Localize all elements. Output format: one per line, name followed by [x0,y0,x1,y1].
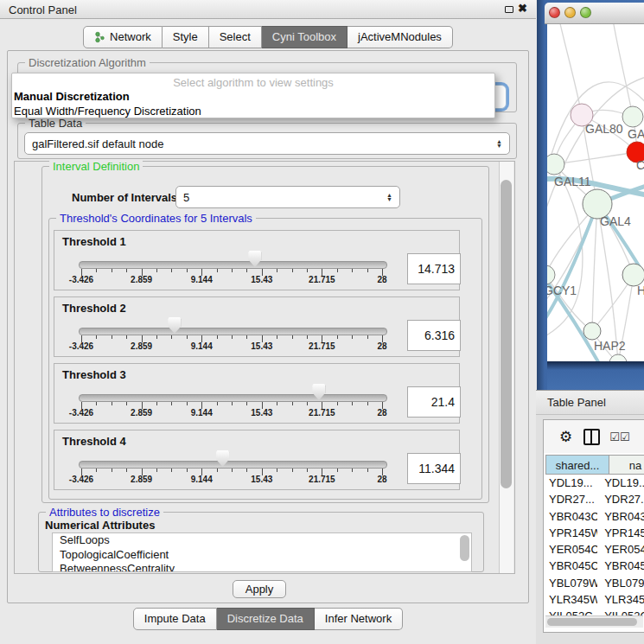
slider-track[interactable] [79,394,387,402]
threshold-value-field[interactable]: 11.344 [407,453,461,484]
numerical-attributes-list[interactable]: SelfLoopsTopologicalCoefficientBetweenne… [52,532,472,572]
threshold-value-field[interactable]: 14.713 [407,253,461,284]
popup-option-equal-width[interactable]: Equal Width/Frequency Discretization [14,105,201,118]
slider-tick [246,469,247,472]
network-edge[interactable] [554,152,637,164]
table-row[interactable]: YDL19...YDL19... [545,475,644,491]
attribute-list-item[interactable]: BetweennessCentrality [53,562,471,572]
table-cell[interactable]: YPR145W [545,525,597,541]
table-data-combobox[interactable]: galFiltered.sif default node ▲▼ [24,132,510,155]
horizontal-scrollbar-track[interactable] [545,615,643,628]
tab-label: Network [110,27,151,48]
table-row[interactable]: YBL079WYBL079W [545,575,644,591]
table-column-header[interactable]: shared... [545,455,609,475]
table-row[interactable]: YDR27...YDR27... [545,491,644,507]
zoom-traffic-light[interactable] [580,7,591,18]
network-icon [94,31,105,43]
slider-tick [96,402,97,405]
table-cell[interactable]: YER054C [545,541,597,558]
gear-icon[interactable]: ⚙ [559,428,572,446]
table-cell[interactable]: YLR345W [545,591,597,608]
tab-jactivemnodules[interactable]: jActiveMNodules [348,26,453,48]
slider-tick [171,269,172,272]
tab-style[interactable]: Style [163,26,209,48]
table-cell[interactable]: YLR345W [597,591,644,608]
popup-option-manual[interactable]: Manual Discretization [14,90,130,103]
table-row[interactable]: YER054CYER054C [545,541,644,558]
stepper-arrows-icon: ▲▼ [386,193,392,201]
slider-tick [171,402,172,405]
table-row[interactable]: YBR045CYBR045C [545,558,644,574]
table-cell[interactable]: YBL079W [597,575,644,591]
network-node[interactable] [609,354,627,361]
table-cell[interactable]: YDR27... [597,491,644,507]
table-cell[interactable]: YBR043C [597,508,644,525]
threshold-label: Threshold 2 [62,302,126,315]
list-scrollbar-thumb[interactable] [460,535,469,561]
network-canvas[interactable]: GAL80GACGAL11GAL4GCY1HHAP2 [547,24,644,361]
network-edge[interactable] [613,24,633,117]
table-cell[interactable]: YIL052C [545,608,597,615]
table-row[interactable]: YIL052CYIL052C [545,608,644,615]
tab-infer-network[interactable]: Infer Network [315,608,403,630]
slider-tick-label: 28 [377,341,386,351]
slider-tick-label: 28 [377,475,386,484]
table-cell[interactable]: YDL19... [597,475,644,491]
columns-icon[interactable] [583,429,600,445]
slider-tick [232,269,233,272]
table-column-header[interactable]: na [609,455,644,475]
network-edge[interactable] [559,24,582,115]
table-row[interactable]: YBR043CYBR043C [545,508,644,525]
table-cell[interactable]: YER054C [597,541,644,558]
node-table: ⚙ ☑☑ shared...na YDL19...YDL19...YDR27..… [543,419,644,633]
slider-tick [246,269,247,272]
close-icon[interactable]: ✖ [518,2,527,15]
slider-track[interactable] [79,461,387,469]
apply-button[interactable]: Apply [233,580,286,598]
table-row[interactable]: YLR345WYLR345W [545,591,644,608]
table-cell[interactable]: YBR043C [545,508,597,525]
network-edge[interactable] [592,204,597,331]
table-cell[interactable]: YBL079W [545,575,597,591]
table-cell[interactable]: YBR045C [597,558,644,574]
slider-track[interactable] [79,261,387,269]
tab-discretize-data[interactable]: Discretize Data [217,608,315,630]
table-cell[interactable]: YIL052C [597,608,644,615]
slider-track[interactable] [79,328,387,335]
tab-impute-data[interactable]: Impute Data [133,608,217,630]
panel-title: Control Panel [9,3,77,16]
network-window-titlebar[interactable] [545,3,644,24]
float-window-icon[interactable] [505,6,513,13]
vertical-scrollbar-thumb[interactable] [501,180,512,488]
slider-tick [277,335,277,339]
table-cell[interactable]: YPR145W [597,525,644,541]
number-of-intervals-combobox[interactable]: 5 ▲▼ [175,186,400,208]
threshold-value-field[interactable]: 6.316 [407,320,461,351]
network-node-label: HAP2 [594,339,626,353]
select-columns-icon[interactable]: ☑☑ [609,430,629,443]
network-node-gal11[interactable] [547,154,564,175]
table-cell[interactable]: YDL19... [545,475,597,491]
attribute-list-item[interactable]: SelfLoops [53,533,471,548]
attribute-list-item[interactable]: TopologicalCoefficient [53,548,471,563]
close-traffic-light[interactable] [549,7,560,18]
tab-label: Discretize Data [227,609,303,629]
minimize-traffic-light[interactable] [564,7,576,18]
network-node-ga[interactable] [622,106,643,127]
threshold-label: Threshold 1 [62,235,126,248]
table-row[interactable]: YPR145WYPR145W [545,525,644,541]
table-cell[interactable]: YBR045C [545,558,597,574]
network-node-gcy1[interactable] [547,265,555,284]
table-cell[interactable]: YDR27... [545,491,597,507]
network-node-label: H [637,284,644,297]
slider-tick-label: 15.43 [251,341,272,351]
tab-network[interactable]: Network [83,26,163,48]
network-node-hap2[interactable] [583,322,601,340]
slider-tick [277,269,277,272]
tab-cyni-toolbox[interactable]: Cyni Toolbox [262,26,348,48]
tab-select[interactable]: Select [209,26,262,48]
slider-tick [112,335,112,339]
slider-tick [292,469,293,472]
horizontal-scrollbar-thumb[interactable] [547,618,637,626]
threshold-value-field[interactable]: 21.4 [407,386,461,418]
